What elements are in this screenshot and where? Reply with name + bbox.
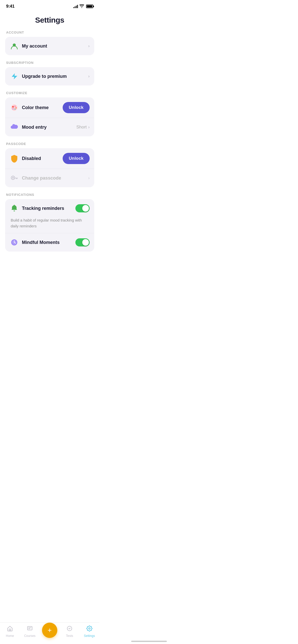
- mood-entry-label: Mood entry: [22, 125, 76, 130]
- key-icon: [10, 173, 19, 183]
- change-passcode-label: Change passcode: [22, 175, 88, 181]
- subscription-card: Upgrade to premium ›: [5, 67, 94, 85]
- svg-point-8: [12, 177, 14, 179]
- status-icons: [73, 4, 93, 9]
- svg-point-6: [15, 109, 16, 110]
- customize-card: Color theme Unlock Mood entry Short ›: [5, 97, 94, 136]
- status-bar: 9:41: [0, 0, 99, 11]
- svg-point-5: [12, 108, 14, 110]
- content-area: ACCOUNT My account › SUBSCRIPTION: [0, 31, 99, 283]
- my-account-chevron: ›: [88, 43, 90, 49]
- notifications-card: Tracking reminders Build a habit of regu…: [5, 199, 94, 252]
- tracking-reminders-description: Build a habit of regular mood tracking w…: [5, 217, 94, 233]
- tracking-reminders-knob: [82, 205, 89, 212]
- status-time: 9:41: [6, 4, 15, 9]
- color-theme-item[interactable]: Color theme Unlock: [5, 97, 94, 118]
- bolt-icon: [10, 72, 19, 81]
- svg-rect-9: [14, 205, 15, 206]
- palette-icon: [10, 103, 19, 112]
- my-account-label: My account: [22, 43, 88, 49]
- person-icon: [10, 41, 19, 51]
- shield-icon: [10, 154, 19, 163]
- cloud-icon: [10, 123, 19, 132]
- mood-entry-value: Short: [76, 125, 87, 130]
- section-passcode-label: PASSCODE: [5, 142, 94, 146]
- section-customize: CUSTOMIZE Color theme Unlock: [0, 91, 99, 136]
- section-subscription-label: SUBSCRIPTION: [5, 61, 94, 65]
- passcode-status-item[interactable]: Disabled Unlock: [5, 148, 94, 169]
- signal-icon: [73, 5, 78, 8]
- svg-point-3: [15, 106, 16, 107]
- section-customize-label: CUSTOMIZE: [5, 91, 94, 95]
- wifi-icon: [79, 4, 84, 9]
- passcode-unlock-button[interactable]: Unlock: [63, 153, 90, 164]
- bell-icon: [10, 204, 19, 213]
- account-card: My account ›: [5, 37, 94, 55]
- battery-icon: [86, 5, 93, 8]
- section-account-label: ACCOUNT: [5, 31, 94, 34]
- upgrade-premium-item[interactable]: Upgrade to premium ›: [5, 67, 94, 85]
- change-passcode-chevron: ›: [88, 175, 90, 181]
- section-subscription: SUBSCRIPTION Upgrade to premium ›: [0, 61, 99, 85]
- svg-point-4: [16, 107, 17, 109]
- upgrade-chevron: ›: [88, 74, 90, 79]
- color-theme-label: Color theme: [22, 105, 63, 110]
- color-theme-unlock-button[interactable]: Unlock: [63, 102, 90, 113]
- clock-icon: [10, 238, 19, 247]
- section-notifications: NOTIFICATIONS Tracking reminders Build a…: [0, 193, 99, 252]
- svg-point-2: [12, 106, 14, 108]
- section-notifications-label: NOTIFICATIONS: [5, 193, 94, 197]
- mindful-moments-item[interactable]: Mindful Moments: [5, 233, 94, 252]
- page-title: Settings: [0, 11, 99, 31]
- upgrade-label: Upgrade to premium: [22, 74, 88, 79]
- mood-entry-item[interactable]: Mood entry Short ›: [5, 118, 94, 136]
- change-passcode-item: Change passcode ›: [5, 169, 94, 187]
- passcode-status-label: Disabled: [22, 156, 63, 161]
- passcode-card: Disabled Unlock Change passcode ›: [5, 148, 94, 187]
- tracking-reminders-toggle[interactable]: [75, 204, 90, 212]
- mood-entry-chevron: ›: [88, 125, 90, 130]
- section-passcode: PASSCODE Disabled Unlock: [0, 142, 99, 187]
- mindful-moments-knob: [82, 239, 89, 246]
- tracking-reminders-item[interactable]: Tracking reminders: [5, 199, 94, 217]
- my-account-item[interactable]: My account ›: [5, 37, 94, 55]
- tracking-reminders-label: Tracking reminders: [22, 206, 75, 211]
- mindful-moments-toggle[interactable]: [75, 238, 90, 246]
- mindful-moments-label: Mindful Moments: [22, 240, 75, 245]
- section-account: ACCOUNT My account ›: [0, 31, 99, 55]
